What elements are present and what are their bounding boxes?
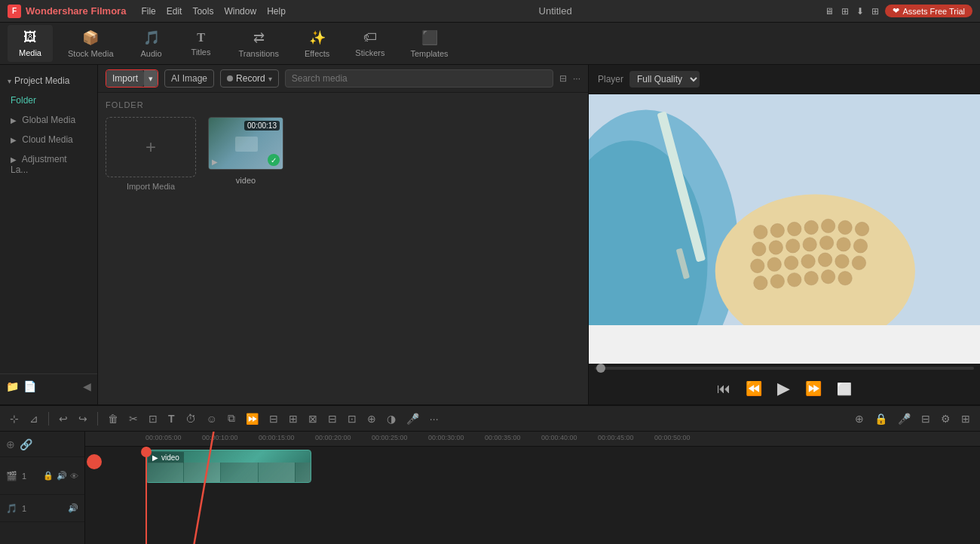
chevron-down-icon: ▾ — [8, 77, 11, 85]
select-tool-button[interactable]: ⊹ — [6, 410, 23, 427]
brand-name: Wondershare Filmora — [26, 5, 126, 17]
timeline-ruler[interactable]: 00:00:05:00 00:00:10:00 00:00:15:00 00:0… — [85, 432, 980, 447]
mirror-button[interactable]: ⊟ — [324, 410, 341, 427]
monitor-icon[interactable]: 🖥 — [825, 6, 834, 17]
audio-sync-button[interactable]: ⊞ — [285, 410, 302, 427]
ruler-mark-10: 00:00:50:00 — [654, 434, 691, 441]
link-track-button[interactable]: 🔗 — [20, 438, 32, 450]
ai-image-button[interactable]: AI Image — [164, 69, 214, 88]
menu-file[interactable]: File — [141, 6, 155, 17]
record-button[interactable]: Record ▾ — [220, 69, 279, 88]
progress-bar[interactable] — [595, 367, 974, 370]
composite-button[interactable]: ⧉ — [224, 410, 239, 427]
ruler-mark-4: 00:00:20:00 — [315, 434, 351, 441]
download-icon[interactable]: ⬇ — [856, 6, 864, 17]
import-dropdown-button[interactable]: ▾ — [144, 70, 158, 87]
color-button[interactable]: ◑ — [383, 410, 400, 427]
tab-titles[interactable]: T Titles — [179, 26, 224, 61]
more-tools-button[interactable]: ··· — [426, 410, 443, 427]
ripple-tool-button[interactable]: ⊿ — [26, 410, 42, 427]
tab-transitions[interactable]: ⇄ Transitions — [228, 25, 289, 63]
track-volume-button[interactable]: 🔊 — [57, 471, 67, 481]
delete-button[interactable]: 🗑 — [104, 410, 122, 427]
timeline-tool-5[interactable]: ⚙ — [937, 410, 954, 427]
svg-rect-24 — [818, 253, 831, 266]
svg-rect-32 — [838, 272, 852, 285]
search-input[interactable] — [285, 69, 553, 88]
stock-icon: 📦 — [82, 29, 99, 46]
crop2-button[interactable]: ⊡ — [344, 410, 360, 427]
add-track-button[interactable]: ⊕ — [6, 438, 15, 450]
menu-edit[interactable]: Edit — [167, 6, 182, 17]
tab-stickers-label: Stickers — [355, 48, 384, 57]
timeline-tool-2[interactable]: 🔒 — [871, 410, 891, 427]
duration-button[interactable]: ⏱ — [182, 410, 200, 427]
progress-handle[interactable] — [596, 364, 605, 373]
speed-button[interactable]: ⏩ — [242, 410, 262, 427]
video-media-item: 00:00:13 ✓ ▶ video — [208, 117, 283, 191]
zoom-button[interactable]: ⊕ — [363, 410, 380, 427]
timeline-tool-6[interactable]: ⊞ — [957, 410, 974, 427]
add-media-icon[interactable]: 📄 — [23, 380, 36, 392]
ruler-mark-6: 00:00:30:00 — [428, 434, 464, 441]
undo-button[interactable]: ↩ — [55, 410, 72, 427]
timeline-tool-3[interactable]: 🎤 — [894, 410, 914, 427]
cut-button[interactable]: ✂ — [125, 410, 142, 427]
sidebar-item-global-media[interactable]: ▶ Global Media — [0, 110, 97, 130]
tab-media[interactable]: 🖼 Media — [8, 25, 53, 62]
tab-effects[interactable]: ✨ Effects — [294, 25, 340, 63]
tab-templates[interactable]: ⬛ Templates — [400, 25, 458, 63]
transitions-icon: ⇄ — [253, 29, 265, 46]
svg-rect-13 — [752, 242, 766, 256]
track-visibility-button[interactable]: 👁 — [70, 471, 78, 481]
skip-back-button[interactable]: ⏮ — [717, 381, 730, 397]
sidebar-item-cloud-media[interactable]: ▶ Cloud Media — [0, 130, 97, 149]
tab-audio[interactable]: 🎵 Audio — [129, 25, 174, 63]
apps-icon[interactable]: ⊞ — [871, 6, 879, 17]
svg-line-35 — [176, 432, 236, 544]
adjust-button[interactable]: ⊟ — [265, 410, 282, 427]
collapse-icon[interactable]: ◀ — [83, 380, 91, 392]
video-clip[interactable]: ▶ video — [145, 450, 311, 483]
step-forward-button[interactable]: ⏩ — [805, 380, 822, 397]
audio-volume-button[interactable]: 🔊 — [68, 503, 78, 513]
menu-help[interactable]: Help — [267, 6, 286, 17]
crop-button[interactable]: ⊡ — [145, 410, 161, 427]
media-grid: + Import Media 00:00:13 — [106, 117, 580, 191]
menu-tools[interactable]: Tools — [192, 6, 213, 17]
voice-button[interactable]: 🎤 — [403, 410, 423, 427]
sticker-button[interactable]: ☺ — [203, 410, 221, 427]
timeline-tool-1[interactable]: ⊕ — [851, 410, 868, 427]
track-lock-button[interactable]: 🔒 — [43, 471, 54, 481]
fullscreen-button[interactable]: ⬜ — [837, 382, 852, 396]
chapter-marker[interactable] — [87, 454, 102, 469]
assets-button[interactable]: ❤ Assets Free Trial — [885, 5, 972, 17]
video-thumbnail[interactable]: 00:00:13 ✓ ▶ — [208, 117, 283, 170]
arrow-annotation — [85, 432, 387, 544]
video-track-1: 🎬 1 🔒 🔊 👁 — [0, 457, 84, 495]
svg-rect-25 — [835, 254, 849, 268]
tab-stickers[interactable]: 🏷 Stickers — [345, 25, 395, 62]
stickers-icon: 🏷 — [363, 29, 377, 45]
tab-stock-media[interactable]: 📦 Stock Media — [57, 25, 124, 63]
quality-select[interactable]: Full Quality1/2 Quality1/4 Quality — [629, 71, 700, 88]
import-placeholder[interactable]: + — [106, 117, 196, 177]
timeline-tool-4[interactable]: ⊟ — [917, 410, 934, 427]
play-button[interactable]: ▶ — [777, 379, 790, 398]
video-play-icon: ▶ — [212, 158, 218, 166]
more-options-icon[interactable]: ··· — [573, 73, 580, 84]
redo-button[interactable]: ↪ — [75, 410, 91, 427]
sidebar-bottom-icons: 📁 📄 ◀ — [0, 373, 97, 398]
sidebar-item-adjustment[interactable]: ▶ Adjustment La... — [0, 149, 97, 180]
timeline-area: ⊹ ⊿ ↩ ↪ 🗑 ✂ ⊡ T ⏱ ☺ ⧉ ⏩ ⊟ ⊞ ⊠ ⊟ ⊡ ⊕ ◑ 🎤 … — [0, 404, 980, 544]
sidebar-item-folder[interactable]: Folder — [0, 91, 97, 110]
step-back-button[interactable]: ⏪ — [746, 380, 762, 397]
menu-window[interactable]: Window — [224, 6, 256, 17]
grid-icon[interactable]: ⊞ — [841, 6, 849, 17]
filter-icon[interactable]: ⊟ — [559, 73, 567, 84]
split-button[interactable]: ⊠ — [305, 410, 321, 427]
import-button[interactable]: Import — [106, 70, 144, 87]
text-button[interactable]: T — [164, 410, 179, 427]
new-folder-icon[interactable]: 📁 — [6, 380, 19, 392]
svg-rect-12 — [855, 222, 868, 235]
